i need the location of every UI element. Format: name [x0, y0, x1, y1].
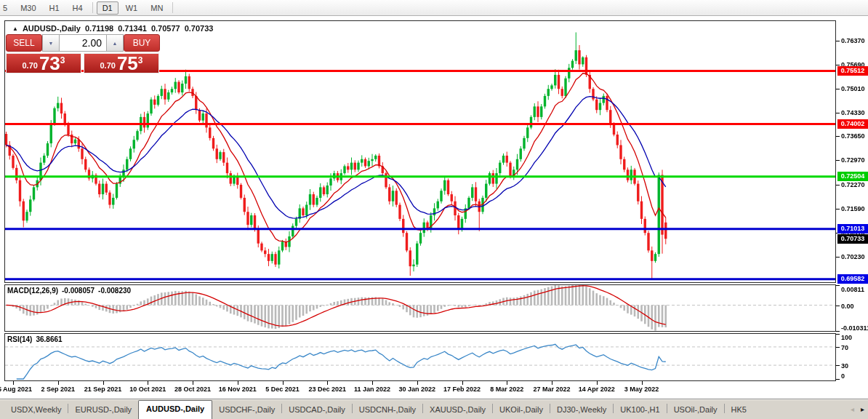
toolbar-separator	[172, 2, 173, 13]
price-axis-tick: 0.72270	[841, 181, 865, 188]
buy-price-big: 75	[117, 55, 138, 72]
sell-price-big: 73	[39, 55, 60, 72]
macd-axis-tick: 0.00	[841, 303, 854, 310]
tab-scroll-right-icon[interactable]: ▸	[861, 405, 864, 414]
chevron-up-icon: ▲	[113, 41, 118, 46]
sell-button[interactable]: SELL	[6, 34, 42, 52]
timeframe-button-h4[interactable]: H4	[67, 1, 89, 15]
timeframe-button-h1[interactable]: H1	[44, 1, 65, 15]
buy-price-prefix: 0.70	[100, 61, 115, 70]
chart-tab-bar: USDX,WeeklyEURUSD-,DailyAUDUSD-,DailyUSD…	[0, 399, 868, 419]
price-badge: 0.74002	[837, 119, 868, 129]
price-badge: 0.71013	[837, 224, 868, 234]
rsi-axis-tick: 30	[841, 362, 848, 370]
date-axis-label: 23 Dec 2021	[308, 386, 346, 393]
chevron-down-icon: ▼	[49, 41, 54, 46]
tab-usoil-daily[interactable]: USOil-,Daily	[667, 402, 724, 419]
sell-price-pipette: 3	[60, 55, 65, 65]
rsi-name: RSI(14)	[7, 335, 32, 343]
tab-scroll-left-icon[interactable]: ◂	[851, 405, 854, 414]
date-axis-label: 27 Mar 2022	[533, 386, 570, 393]
price-badge: 0.70733	[837, 234, 868, 244]
date-axis-label: 17 Feb 2022	[443, 386, 481, 393]
macd-indicator-label: MACD(12,26,9) -0.008057 -0.008230	[7, 287, 134, 295]
sell-price-box[interactable]: 0.70 73 3	[6, 53, 81, 73]
buy-button[interactable]: BUY	[124, 34, 160, 52]
date-axis-label: 10 Oct 2021	[129, 386, 166, 393]
volume-increase-button[interactable]: ▲	[106, 34, 124, 52]
macd-axis-tick: -0.010311	[841, 324, 868, 332]
tab-uk100-h1[interactable]: UK100-,H1	[614, 402, 666, 419]
tab-audusd-daily[interactable]: AUDUSD-,Daily	[138, 400, 212, 419]
ohlc-low: 0.70577	[151, 24, 180, 33]
timeframe-button-m30[interactable]: M30	[15, 1, 41, 15]
tab-eurusd-daily[interactable]: EURUSD-,Daily	[68, 402, 138, 419]
tab-usdchf-daily[interactable]: USDCHF-,Daily	[212, 402, 281, 419]
rsi-axis-tick: 70	[841, 344, 848, 351]
volume-input[interactable]	[60, 34, 106, 52]
date-axis-label: 14 Apr 2022	[579, 386, 615, 393]
timeframe-button-5[interactable]: 5	[0, 1, 13, 15]
date-axis-label: 2 Sep 2021	[41, 386, 75, 393]
tab-scroll-arrows: ◂ ▸	[851, 405, 864, 414]
trading-platform-window: 5M30H1H4D1W1MN ▲ AUDUSD-,Daily 0.71198 0…	[0, 0, 868, 419]
price-axis-tick: 0.72970	[841, 156, 865, 164]
rsi-value: 36.8661	[36, 335, 62, 343]
date-axis-label: 15 Aug 2021	[0, 386, 32, 393]
rsi-indicator-label: RSI(14) 36.8661	[7, 335, 66, 343]
toolbar-separator	[92, 2, 93, 13]
price-axis-tick: 0.76370	[841, 37, 865, 44]
price-axis-tick: 0.74330	[841, 109, 865, 116]
date-axis-label: 3 May 2022	[624, 386, 659, 393]
chart-symbol-label: AUDUSD-,Daily	[23, 24, 81, 33]
timeframe-toolbar: 5M30H1H4D1W1MN	[0, 0, 868, 16]
macd-value-signal: -0.008230	[98, 287, 131, 295]
price-badge: 0.75512	[837, 66, 868, 76]
date-axis-label: 16 Nov 2021	[219, 386, 257, 393]
tab-usdx-weekly[interactable]: USDX,Weekly	[4, 402, 68, 419]
tab-ukoil-daily[interactable]: UKOil-,Daily	[493, 402, 550, 419]
one-click-trading-panel: SELL ▼ ▲ BUY 0.70 73 3 0.70 75 3	[6, 34, 166, 73]
date-axis-label: 21 Sep 2021	[84, 386, 122, 393]
tab-dj30-weekly[interactable]: DJ30-,Weekly	[550, 402, 613, 419]
buy-price-box[interactable]: 0.70 75 3	[84, 53, 159, 73]
date-axis-label: 11 Jan 2022	[354, 386, 390, 393]
chart-expand-icon[interactable]: ▲	[12, 25, 18, 32]
tab-usdcad-daily[interactable]: USDCAD-,Daily	[282, 402, 352, 419]
ohlc-close: 0.70733	[185, 24, 214, 33]
price-badge: 0.72504	[837, 172, 868, 181]
price-axis-tick: 0.73650	[841, 132, 865, 140]
rsi-axis-tick: 0	[841, 372, 845, 380]
ohlc-open: 0.71198	[85, 24, 113, 33]
volume-decrease-button[interactable]: ▼	[42, 34, 60, 52]
macd-name: MACD(12,26,9)	[7, 287, 58, 295]
chart-title: ▲ AUDUSD-,Daily 0.71198 0.71341 0.70577 …	[12, 24, 217, 33]
tab-xauusd-daily[interactable]: XAUUSD-,Daily	[423, 402, 492, 419]
timeframe-button-w1[interactable]: W1	[120, 1, 144, 15]
date-axis-label: 8 Mar 2022	[490, 386, 523, 393]
price-badge: 0.69582	[837, 274, 868, 284]
price-axis-tick: 0.70230	[841, 253, 865, 260]
date-axis-label: 30 Jan 2022	[398, 386, 435, 393]
price-axis-tick: 0.75010	[841, 85, 865, 92]
timeframe-button-mn[interactable]: MN	[145, 1, 169, 15]
ohlc-high: 0.71341	[118, 24, 147, 33]
buy-price-pipette: 3	[138, 55, 143, 65]
tab-usdcnh-daily[interactable]: USDCNH-,Daily	[353, 402, 422, 419]
macd-axis-tick: 0.00811	[841, 286, 864, 293]
macd-value-main: -0.008057	[62, 287, 95, 295]
date-axis-label: 5 Dec 2021	[265, 386, 300, 393]
date-axis-label: 28 Oct 2021	[174, 386, 211, 393]
price-axis-tick: 0.71590	[841, 205, 865, 212]
timeframe-button-d1[interactable]: D1	[97, 1, 118, 15]
rsi-axis-tick: 100	[841, 334, 852, 341]
tab-hk5[interactable]: HK5	[725, 402, 753, 419]
sell-price-prefix: 0.70	[22, 61, 37, 70]
